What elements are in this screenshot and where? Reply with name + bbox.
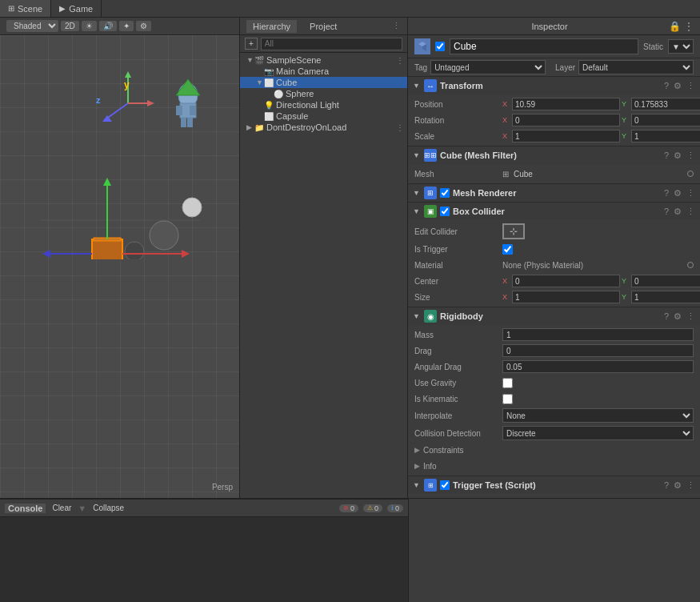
triggertest-menu-btn[interactable]: ⋮ bbox=[686, 480, 695, 491]
triggertest-help-btn[interactable]: ? bbox=[664, 480, 669, 490]
hierarchy-content: ▼ 🎬 SampleScene ⋮ 📷 Main Camera ▼ ⬜ Cube bbox=[240, 53, 407, 498]
sy-label: Y bbox=[622, 132, 630, 140]
hier-item-dirlight[interactable]: 💡 Directional Light bbox=[240, 99, 407, 110]
center-xyz: X Y Z bbox=[502, 275, 700, 287]
inspector-lock-btn[interactable]: 🔒 bbox=[669, 21, 681, 32]
boxcollider-menu-btn[interactable]: ⋮ bbox=[686, 207, 695, 217]
object-active-checkbox[interactable] bbox=[435, 42, 445, 51]
mass-label: Mass bbox=[414, 331, 502, 339]
drag-label: Drag bbox=[414, 347, 502, 355]
boxcollider-header[interactable]: ▼ ▣ Box Collider ? ⚙ ⋮ bbox=[408, 203, 700, 220]
rotation-y[interactable] bbox=[631, 114, 700, 126]
angulardrag-input[interactable] bbox=[502, 360, 694, 373]
scale-y[interactable] bbox=[631, 130, 700, 142]
scene-canvas[interactable]: y z bbox=[0, 35, 239, 498]
center-y[interactable] bbox=[631, 275, 700, 287]
meshrenderer-help-btn[interactable]: ? bbox=[664, 188, 669, 198]
scale-x[interactable] bbox=[512, 130, 620, 142]
meshrenderer-header[interactable]: ▼ ⊞ Mesh Renderer ? ⚙ ⋮ bbox=[408, 184, 700, 202]
meshfilter-settings-btn[interactable]: ⚙ bbox=[674, 150, 682, 161]
transform-help-btn[interactable]: ? bbox=[664, 81, 669, 90]
triggertest-settings-btn[interactable]: ⚙ bbox=[674, 480, 682, 491]
size-y[interactable] bbox=[631, 291, 700, 303]
shading-select[interactable]: Shaded bbox=[6, 20, 58, 32]
triggertest-header[interactable]: ▼ ⊞ Trigger Test (Script) ? ⚙ ⋮ bbox=[408, 476, 700, 494]
hier-item-cube[interactable]: ▼ ⬜ Cube bbox=[240, 77, 407, 88]
triggertest-buttons: ? ⚙ ⋮ bbox=[664, 480, 695, 491]
editcollider-btn[interactable]: ⊹ bbox=[502, 223, 525, 239]
tab-scene[interactable]: ⊞ Scene bbox=[0, 0, 51, 17]
transform-arrow: ▼ bbox=[413, 82, 421, 90]
meshrenderer-settings-btn[interactable]: ⚙ bbox=[674, 188, 682, 199]
position-x[interactable] bbox=[512, 98, 620, 110]
hier-item-dontdestroy[interactable]: ▶ 📁 DontDestroyOnLoad ⋮ bbox=[240, 122, 407, 133]
static-dropdown[interactable]: ▼ bbox=[668, 39, 694, 54]
size-x[interactable] bbox=[512, 291, 620, 303]
info-row[interactable]: ▶ Info bbox=[408, 458, 700, 474]
rigidbody-header[interactable]: ▼ ◉ Rigidbody ? ⚙ ⋮ bbox=[408, 307, 700, 325]
interpolate-select[interactable]: None bbox=[502, 408, 694, 423]
constraints-row[interactable]: ▶ Constraints bbox=[408, 442, 700, 458]
position-y[interactable] bbox=[631, 98, 700, 110]
collisiondetection-select[interactable]: Discrete bbox=[502, 426, 694, 440]
rigidbody-menu-btn[interactable]: ⋮ bbox=[686, 311, 695, 322]
svg-rect-6 bbox=[40, 219, 200, 221]
hier-item-samplescene[interactable]: ▼ 🎬 SampleScene ⋮ bbox=[240, 54, 407, 66]
mesh-dot-btn[interactable] bbox=[687, 171, 694, 177]
log-icon: ℹ bbox=[391, 504, 394, 512]
dots-samplescene[interactable]: ⋮ bbox=[396, 56, 404, 65]
hier-item-sphere[interactable]: ⚪ Sphere bbox=[240, 88, 407, 99]
meshfilter-header[interactable]: ▼ ⊞⊞ Cube (Mesh Filter) ? ⚙ ⋮ bbox=[408, 146, 700, 164]
2d-button[interactable]: 2D bbox=[61, 21, 79, 31]
istrigger-checkbox[interactable] bbox=[502, 244, 513, 255]
lighting-btn[interactable]: ☀ bbox=[82, 21, 97, 31]
drag-input[interactable] bbox=[502, 344, 694, 357]
usegravity-checkbox[interactable] bbox=[502, 378, 513, 388]
drag-row: Drag bbox=[408, 343, 700, 359]
console-divider: ▼ bbox=[78, 504, 86, 513]
fx-btn[interactable]: ✦ bbox=[119, 21, 134, 31]
dots-dontdestroy[interactable]: ⋮ bbox=[396, 123, 404, 132]
meshrenderer-menu-btn[interactable]: ⋮ bbox=[686, 188, 695, 199]
hierarchy-search[interactable] bbox=[261, 38, 402, 50]
tag-select[interactable]: Untagged bbox=[430, 60, 546, 74]
center-x[interactable] bbox=[512, 275, 620, 287]
main-area: Shaded 2D ☀ 🔊 ✦ ⚙ bbox=[0, 18, 700, 498]
game-icon: ▶ bbox=[59, 4, 66, 13]
add-object-btn[interactable]: + bbox=[245, 38, 258, 50]
svg-rect-20 bbox=[176, 106, 182, 115]
object-name-input[interactable] bbox=[450, 38, 638, 54]
meshfilter-menu-btn[interactable]: ⋮ bbox=[686, 150, 695, 161]
meshfilter-help-btn[interactable]: ? bbox=[664, 150, 669, 160]
collider-material-dot[interactable] bbox=[687, 262, 694, 268]
console-clear-btn[interactable]: Clear bbox=[49, 503, 74, 513]
hier-item-maincamera[interactable]: 📷 Main Camera bbox=[240, 66, 407, 77]
angulardrag-row: Angular Drag bbox=[408, 359, 700, 375]
meshrenderer-checkbox[interactable] bbox=[440, 188, 450, 198]
tab-hierarchy[interactable]: Hierarchy bbox=[246, 20, 297, 33]
transform-menu-btn[interactable]: ⋮ bbox=[686, 81, 695, 91]
hier-item-capsule[interactable]: ⬜ Capsule bbox=[240, 110, 407, 122]
triggertest-checkbox[interactable] bbox=[440, 480, 450, 490]
iskinematic-checkbox[interactable] bbox=[502, 394, 513, 404]
boxcollider-settings-btn[interactable]: ⚙ bbox=[674, 207, 682, 217]
inspector-menu-btn[interactable]: ⋮ bbox=[684, 21, 694, 32]
transform-header[interactable]: ▼ ↔ Transform ? ⚙ ⋮ bbox=[408, 77, 700, 94]
mass-input[interactable] bbox=[502, 328, 694, 341]
hierarchy-menu-icon[interactable]: ⋮ bbox=[392, 21, 401, 31]
rigidbody-settings-btn[interactable]: ⚙ bbox=[674, 311, 682, 322]
boxcollider-help-btn[interactable]: ? bbox=[664, 207, 669, 216]
gizmos-btn[interactable]: ⚙ bbox=[136, 21, 151, 31]
rotation-x[interactable] bbox=[512, 114, 620, 126]
boxcollider-checkbox[interactable] bbox=[440, 207, 450, 216]
audio-btn[interactable]: 🔊 bbox=[99, 21, 117, 31]
console-collapse-btn[interactable]: Collapse bbox=[90, 503, 127, 513]
transform-settings-btn[interactable]: ⚙ bbox=[674, 81, 682, 91]
rigidbody-help-btn[interactable]: ? bbox=[664, 311, 669, 321]
tab-project[interactable]: Project bbox=[303, 20, 343, 33]
layer-select[interactable]: Default bbox=[578, 60, 694, 74]
cy-label: Y bbox=[622, 277, 630, 285]
meshfilter-title: Cube (Mesh Filter) bbox=[440, 150, 661, 160]
icon-maincamera: 📷 bbox=[264, 67, 274, 76]
tab-game[interactable]: ▶ Game bbox=[51, 0, 102, 17]
